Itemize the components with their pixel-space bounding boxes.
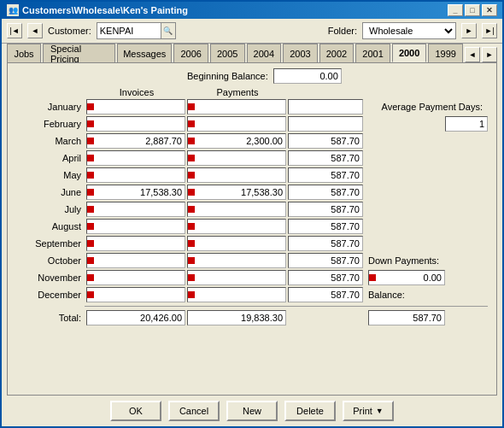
content-area: Beginning Balance: Invoices Payments // … bbox=[7, 62, 497, 396]
january-balance-input[interactable] bbox=[288, 99, 363, 114]
tab-2002[interactable]: 2002 bbox=[319, 44, 355, 62]
june-invoices-container bbox=[86, 185, 185, 200]
prev-record-button[interactable]: ◄ bbox=[27, 23, 43, 38]
february-invoices-input[interactable] bbox=[86, 116, 185, 132]
tab-scroll-left[interactable]: ◄ bbox=[465, 47, 480, 62]
customer-search-button[interactable]: 🔍 bbox=[161, 22, 176, 39]
last-record-button[interactable]: ►| bbox=[482, 23, 497, 38]
august-invoices-input[interactable] bbox=[86, 219, 185, 234]
column-headers: Invoices Payments bbox=[16, 87, 488, 97]
january-payments-input[interactable] bbox=[187, 99, 286, 114]
folder-label: Folder: bbox=[328, 26, 357, 36]
month-label-february: February bbox=[16, 119, 85, 129]
june-payments-input[interactable] bbox=[187, 185, 286, 200]
new-button[interactable]: New bbox=[226, 401, 278, 421]
month-label-november: November bbox=[16, 273, 85, 283]
december-invoices-input[interactable] bbox=[86, 287, 185, 302]
july-invoices-input[interactable] bbox=[86, 202, 185, 217]
october-payments-input[interactable] bbox=[187, 253, 286, 268]
january-invoices-input[interactable] bbox=[86, 99, 185, 114]
tab-2001[interactable]: 2001 bbox=[355, 44, 390, 62]
february-payments-input[interactable] bbox=[187, 116, 286, 132]
february-right-panel bbox=[365, 116, 488, 132]
november-payments-flag bbox=[188, 274, 195, 281]
tab-2005[interactable]: 2005 bbox=[210, 44, 245, 62]
avg-payment-days-input[interactable] bbox=[445, 116, 488, 132]
may-invoices-input[interactable] bbox=[86, 167, 185, 183]
february-invoices-flag bbox=[87, 120, 94, 127]
april-payments-input[interactable] bbox=[187, 150, 286, 166]
june-invoices-input[interactable] bbox=[86, 185, 185, 200]
november-payments-input[interactable] bbox=[187, 270, 286, 285]
beginning-balance-row: Beginning Balance: bbox=[16, 68, 488, 84]
tab-special-pricing[interactable]: Special Pricing bbox=[43, 44, 115, 62]
ok-button[interactable]: OK bbox=[110, 401, 161, 421]
folder-select[interactable]: Wholesale bbox=[362, 22, 456, 39]
november-balance-input[interactable] bbox=[288, 270, 363, 285]
august-payments-input[interactable] bbox=[187, 219, 286, 234]
close-button[interactable]: ✕ bbox=[482, 4, 497, 16]
september-payments-input[interactable] bbox=[187, 236, 286, 251]
september-balance-input[interactable] bbox=[288, 236, 363, 251]
month-label-december: December bbox=[16, 290, 85, 300]
print-dropdown-icon[interactable]: ▼ bbox=[376, 407, 384, 415]
december-balance-input[interactable] bbox=[288, 287, 363, 302]
tab-2000[interactable]: 2000 bbox=[392, 44, 427, 62]
tab-messages[interactable]: Messages bbox=[117, 44, 172, 62]
october-invoices-input[interactable] bbox=[86, 253, 185, 268]
august-invoices-flag bbox=[87, 223, 94, 230]
month-label-may: May bbox=[16, 170, 85, 180]
may-payments-input[interactable] bbox=[187, 167, 286, 183]
december-invoices-container bbox=[86, 287, 185, 302]
month-row-january: January Average Payment Days: bbox=[16, 99, 488, 114]
january-payments-flag bbox=[188, 103, 195, 110]
december-payments-input[interactable] bbox=[187, 287, 286, 302]
window-icon: 👥 bbox=[7, 4, 19, 16]
march-balance-input[interactable] bbox=[288, 133, 363, 149]
march-payments-flag bbox=[188, 138, 195, 144]
balance-value-input[interactable] bbox=[368, 310, 445, 325]
down-payment-input[interactable] bbox=[368, 270, 445, 285]
august-balance-input[interactable] bbox=[288, 219, 363, 234]
july-balance-input[interactable] bbox=[288, 202, 363, 217]
october-balance-input[interactable] bbox=[288, 253, 363, 268]
february-balance-input[interactable] bbox=[288, 116, 363, 132]
minimize-button[interactable]: _ bbox=[448, 4, 463, 16]
may-invoices-flag bbox=[87, 172, 94, 179]
delete-button[interactable]: Delete bbox=[284, 401, 336, 421]
month-label-july: July bbox=[16, 204, 85, 214]
beginning-balance-label: Beginning Balance: bbox=[187, 71, 268, 81]
tab-2003[interactable]: 2003 bbox=[283, 44, 318, 62]
november-invoices-flag bbox=[87, 274, 94, 281]
tab-2004[interactable]: 2004 bbox=[247, 44, 282, 62]
customer-input[interactable] bbox=[97, 22, 161, 39]
tab-1999[interactable]: 1999 bbox=[428, 44, 463, 62]
april-balance-input[interactable] bbox=[288, 150, 363, 166]
total-row: Total: bbox=[16, 310, 488, 325]
separator bbox=[85, 306, 488, 307]
tab-scroll-right[interactable]: ► bbox=[482, 47, 497, 62]
avg-payment-days-label: Average Payment Days: bbox=[382, 102, 483, 112]
first-record-button[interactable]: |◄ bbox=[7, 23, 22, 38]
total-payments-input[interactable] bbox=[187, 310, 286, 325]
april-invoices-input[interactable] bbox=[86, 150, 185, 166]
print-button[interactable]: Print ▼ bbox=[343, 401, 394, 421]
june-balance-input[interactable] bbox=[288, 185, 363, 200]
november-invoices-input[interactable] bbox=[86, 270, 185, 285]
september-invoices-input[interactable] bbox=[86, 236, 185, 251]
beginning-balance-input[interactable] bbox=[273, 68, 342, 84]
march-payments-input[interactable] bbox=[187, 133, 286, 149]
toolbar: |◄ ◄ Customer: 🔍 Folder: Wholesale ► ►| bbox=[2, 19, 502, 44]
july-payments-input[interactable] bbox=[187, 202, 286, 217]
october-invoices-container bbox=[86, 253, 185, 268]
month-label-september: September bbox=[16, 238, 85, 249]
next-record-button[interactable]: ► bbox=[461, 23, 477, 38]
down-payment-container bbox=[368, 270, 445, 285]
tab-2006[interactable]: 2006 bbox=[173, 44, 208, 62]
may-balance-input[interactable] bbox=[288, 167, 363, 183]
tab-jobs[interactable]: Jobs bbox=[7, 44, 41, 62]
march-invoices-input[interactable] bbox=[86, 133, 185, 149]
maximize-button[interactable]: □ bbox=[465, 4, 480, 16]
cancel-button[interactable]: Cancel bbox=[168, 401, 220, 421]
total-invoices-input[interactable] bbox=[86, 310, 185, 325]
